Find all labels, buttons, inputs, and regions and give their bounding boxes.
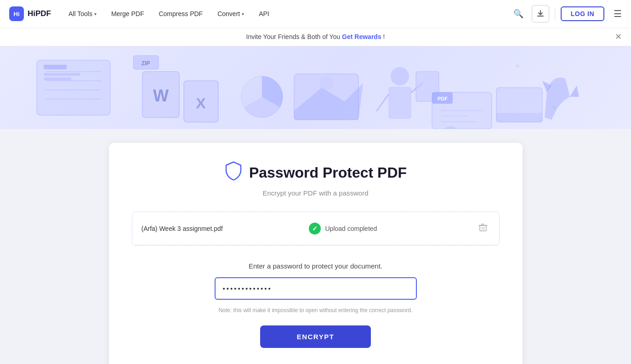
nav-divider [555, 7, 555, 20]
delete-file-button[interactable] [476, 220, 490, 236]
svg-rect-8 [44, 78, 71, 80]
encrypt-button[interactable]: ENCRYPT [260, 325, 371, 348]
password-note: Note: this will make it impossible to op… [218, 307, 412, 314]
chevron-down-icon: ▾ [242, 11, 244, 17]
upload-status: ✓ Upload completed [309, 223, 476, 235]
nav-items: All Tools ▾ Merge PDF Compress PDF Conve… [62, 6, 511, 21]
logo-icon: Hi [9, 6, 24, 21]
password-input[interactable] [215, 277, 417, 300]
download-button[interactable] [532, 5, 549, 22]
upload-text: Upload completed [325, 225, 377, 232]
check-circle-icon: ✓ [309, 223, 321, 235]
main-content: Password Protect PDF Encrypt your PDF wi… [0, 129, 631, 364]
nav-right: 🔍 LOG IN ☰ [511, 5, 622, 22]
navbar: Hi HiPDF All Tools ▾ Merge PDF Compress … [0, 0, 631, 28]
nav-convert[interactable]: Convert ▾ [211, 6, 250, 21]
svg-point-17 [319, 76, 333, 90]
logo-text: HiPDF [28, 9, 51, 18]
svg-text:+: + [515, 61, 520, 71]
svg-text:ZIP: ZIP [142, 60, 150, 67]
svg-rect-30 [496, 113, 542, 122]
password-label: Enter a password to protect your documen… [249, 262, 382, 270]
svg-rect-19 [388, 87, 411, 119]
password-section: Enter a password to protect your documen… [132, 262, 500, 348]
svg-text:PDF: PDF [438, 96, 448, 101]
svg-rect-6 [44, 65, 67, 69]
nav-api[interactable]: API [252, 6, 276, 21]
trash-icon [478, 222, 488, 232]
search-icon[interactable]: 🔍 [511, 6, 526, 22]
svg-text:W: W [153, 86, 169, 105]
nav-merge-pdf[interactable]: Merge PDF [105, 6, 151, 21]
page-subtitle: Encrypt your PDF with a password [262, 189, 368, 197]
main-card: Password Protect PDF Encrypt your PDF wi… [109, 143, 523, 364]
file-section: (Arfa) Week 3 assignmet.pdf ✓ Upload com… [132, 212, 500, 246]
login-button[interactable]: LOG IN [561, 6, 604, 21]
hero-illustration: ZIP W X PDF [0, 46, 631, 129]
banner-close-button[interactable]: ✕ [615, 32, 622, 42]
page-title-row: Password Protect PDF [224, 161, 407, 185]
svg-rect-0 [537, 16, 544, 17]
get-rewards-link[interactable]: Get Rewards [342, 33, 381, 40]
file-name: (Arfa) Week 3 assignmet.pdf [142, 225, 309, 232]
menu-icon[interactable]: ☰ [614, 8, 622, 19]
download-icon [536, 10, 545, 18]
svg-rect-7 [44, 73, 80, 76]
svg-text:+: + [551, 102, 557, 112]
page-title-area: Password Protect PDF Encrypt your PDF wi… [132, 161, 500, 197]
page-title: Password Protect PDF [249, 164, 407, 181]
chevron-down-icon: ▾ [94, 11, 97, 17]
shield-icon [224, 161, 243, 185]
nav-all-tools[interactable]: All Tools ▾ [62, 6, 103, 21]
file-row: (Arfa) Week 3 assignmet.pdf ✓ Upload com… [132, 212, 499, 245]
promo-banner: Invite Your Friends & Both of You Get Re… [0, 28, 631, 46]
svg-rect-35 [480, 225, 486, 231]
logo[interactable]: Hi HiPDF [9, 6, 51, 21]
hero-banner: ZIP W X PDF [0, 46, 631, 129]
nav-compress-pdf[interactable]: Compress PDF [152, 6, 209, 21]
svg-text:X: X [196, 95, 206, 112]
svg-point-18 [391, 67, 409, 85]
svg-line-20 [377, 95, 388, 111]
